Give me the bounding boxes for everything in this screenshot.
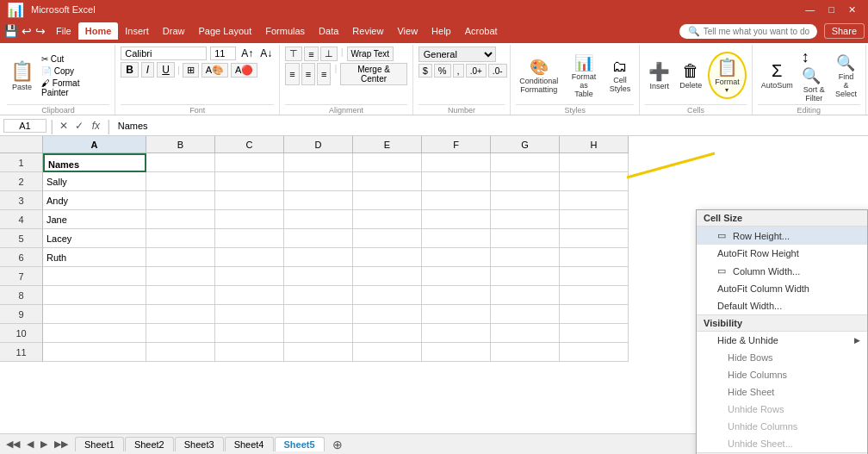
cell-f10[interactable] <box>422 324 491 343</box>
row-height-item[interactable]: ▭ Row Height... <box>697 227 867 245</box>
cell-b3[interactable] <box>146 191 215 210</box>
cell-a3[interactable]: Andy <box>43 191 146 210</box>
cell-f5[interactable] <box>422 229 491 248</box>
align-center-btn[interactable]: ≡ <box>301 63 315 85</box>
cell-e5[interactable] <box>353 229 422 248</box>
cell-c6[interactable] <box>215 248 284 267</box>
window-minimize[interactable]: — <box>800 4 820 16</box>
col-header-b[interactable]: B <box>146 136 215 153</box>
cell-e11[interactable] <box>353 343 422 362</box>
cell-h7[interactable] <box>560 267 629 286</box>
cell-c5[interactable] <box>215 229 284 248</box>
cell-b10[interactable] <box>146 324 215 343</box>
cell-c8[interactable] <box>215 286 284 305</box>
cell-b8[interactable] <box>146 286 215 305</box>
cell-g8[interactable] <box>491 286 560 305</box>
cell-e4[interactable] <box>353 210 422 229</box>
bold-button[interactable]: B <box>121 62 139 78</box>
cell-c9[interactable] <box>215 305 284 324</box>
col-header-d[interactable]: D <box>284 136 353 153</box>
cut-button[interactable]: ✂ Cut <box>39 53 109 65</box>
cell-a1[interactable]: Names <box>43 153 146 172</box>
cell-d6[interactable] <box>284 248 353 267</box>
cell-g2[interactable] <box>491 172 560 191</box>
cell-f11[interactable] <box>422 343 491 362</box>
tab-data[interactable]: Data <box>312 22 345 40</box>
column-width-item[interactable]: ▭ Column Width... <box>697 262 867 280</box>
align-top-btn[interactable]: ⊤ <box>285 47 302 61</box>
align-bottom-btn[interactable]: ⊥ <box>320 47 338 61</box>
cell-d10[interactable] <box>284 324 353 343</box>
col-header-h[interactable]: H <box>560 136 629 153</box>
col-header-a[interactable]: A <box>43 136 146 153</box>
hide-sheet-item[interactable]: Hide Sheet <box>697 383 867 401</box>
sheet-nav-right[interactable]: ▶▶ <box>52 438 71 450</box>
border-button[interactable]: ⊞ <box>183 63 199 78</box>
window-close[interactable]: ✕ <box>843 4 861 16</box>
hide-unhide-item[interactable]: Hide & Unhide ▶ <box>697 332 867 349</box>
redo-btn[interactable]: ↪ <box>35 24 46 38</box>
cell-b4[interactable] <box>146 210 215 229</box>
cell-g5[interactable] <box>491 229 560 248</box>
align-middle-btn[interactable]: ≡ <box>304 47 318 61</box>
tab-formulas[interactable]: Formulas <box>258 22 312 40</box>
tab-sheet3[interactable]: Sheet3 <box>175 437 224 451</box>
paste-button[interactable]: 📋 Paste <box>7 59 37 93</box>
cell-f9[interactable] <box>422 305 491 324</box>
cell-f8[interactable] <box>422 286 491 305</box>
tab-sheet4[interactable]: Sheet4 <box>225 437 274 451</box>
cell-g3[interactable] <box>491 191 560 210</box>
col-header-g[interactable]: G <box>491 136 560 153</box>
merge-center-btn[interactable]: Merge & Center <box>340 63 406 85</box>
save-btn[interactable]: 💾 <box>3 24 18 38</box>
cell-f6[interactable] <box>422 248 491 267</box>
unhide-rows-item[interactable]: Unhide Rows <box>697 401 867 418</box>
decrease-decimal-btn[interactable]: .0- <box>488 64 507 78</box>
cell-b5[interactable] <box>146 229 215 248</box>
cell-h9[interactable] <box>560 305 629 324</box>
cell-b11[interactable] <box>146 343 215 362</box>
cell-c1[interactable] <box>215 153 284 172</box>
cell-a10[interactable] <box>43 324 146 343</box>
confirm-formula-btn[interactable]: ✓ <box>73 120 85 132</box>
cell-h10[interactable] <box>560 324 629 343</box>
cell-f2[interactable] <box>422 172 491 191</box>
cell-g6[interactable] <box>491 248 560 267</box>
cell-g9[interactable] <box>491 305 560 324</box>
add-sheet-btn[interactable]: ⊕ <box>326 436 350 453</box>
col-header-e[interactable]: E <box>353 136 422 153</box>
hide-columns-item[interactable]: Hide Columns <box>697 366 867 383</box>
align-left-btn[interactable]: ≡ <box>285 63 299 85</box>
font-color-button[interactable]: A🔴 <box>231 63 257 78</box>
cell-a2[interactable]: Sally <box>43 172 146 191</box>
cell-e7[interactable] <box>353 267 422 286</box>
row-header[interactable]: 9 <box>0 305 43 324</box>
tab-sheet2[interactable]: Sheet2 <box>125 437 174 451</box>
percent2-btn[interactable]: % <box>434 64 451 78</box>
autofit-column-width-item[interactable]: AutoFit Column Width <box>697 280 867 297</box>
cell-h5[interactable] <box>560 229 629 248</box>
cell-a7[interactable] <box>43 267 146 286</box>
cell-d7[interactable] <box>284 267 353 286</box>
cell-c10[interactable] <box>215 324 284 343</box>
insert-button[interactable]: ➕ Insert <box>645 59 673 92</box>
delete-button[interactable]: 🗑 Delete <box>676 59 705 91</box>
undo-btn[interactable]: ↩ <box>22 24 32 38</box>
tab-review[interactable]: Review <box>345 22 390 40</box>
share-button[interactable]: Share <box>824 23 865 39</box>
window-maximize[interactable]: □ <box>823 4 840 16</box>
percent-btn[interactable]: $ <box>418 64 432 78</box>
cell-a5[interactable]: Lacey <box>43 229 146 248</box>
cell-b7[interactable] <box>146 267 215 286</box>
tab-view[interactable]: View <box>390 22 425 40</box>
cell-h2[interactable] <box>560 172 629 191</box>
tab-insert[interactable]: Insert <box>118 22 156 40</box>
tab-sheet1[interactable]: Sheet1 <box>75 437 124 451</box>
sheet-nav-prev[interactable]: ◀ <box>24 438 36 450</box>
cell-a4[interactable]: Jane <box>43 210 146 229</box>
cell-b2[interactable] <box>146 172 215 191</box>
tab-page-layout[interactable]: Page Layout <box>191 22 258 40</box>
hide-rows-item[interactable]: Hide Bows <box>697 349 867 366</box>
cell-f7[interactable] <box>422 267 491 286</box>
cell-e3[interactable] <box>353 191 422 210</box>
